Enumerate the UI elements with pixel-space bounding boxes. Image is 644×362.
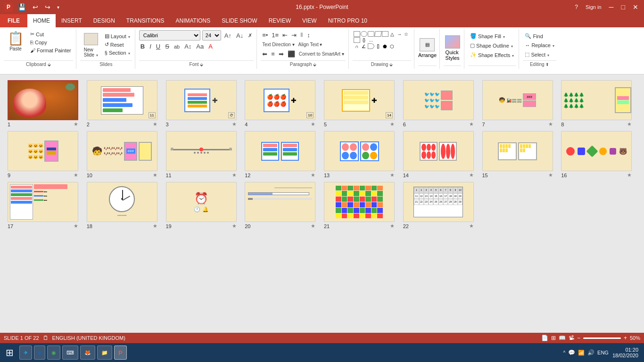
shape-rect[interactable] bbox=[354, 31, 360, 37]
bold-btn[interactable]: B bbox=[139, 42, 146, 51]
shape-tri[interactable]: △ bbox=[389, 31, 396, 37]
select-button[interactable]: ⬚ Select ▾ bbox=[523, 50, 556, 58]
slide-item-22[interactable]: 1 2 3 4 5 6 7 8 9 10 11 12 13 bbox=[403, 182, 479, 229]
text-direction-btn[interactable]: Text Direction ▾ bbox=[261, 41, 296, 48]
slide-item-7[interactable]: 🧒 🚂🚃🚃 ### 7 ★ bbox=[482, 80, 558, 127]
shape-arrow[interactable]: → bbox=[396, 31, 403, 37]
shape-brace[interactable]: {} bbox=[361, 37, 367, 43]
strikethrough-btn[interactable]: S bbox=[164, 42, 171, 51]
underline-btn[interactable]: U bbox=[155, 42, 162, 51]
slide-thumb-16[interactable]: 🐻 bbox=[561, 131, 632, 171]
maximize-btn[interactable]: □ bbox=[619, 2, 627, 12]
undo-qat[interactable]: ↩ bbox=[31, 2, 40, 12]
review-tab[interactable]: REVIEW bbox=[263, 14, 297, 27]
shape-star[interactable]: ☆ bbox=[403, 31, 410, 37]
paste-button[interactable]: 📋 Paste bbox=[4, 30, 27, 53]
columns-btn[interactable]: ⫴ bbox=[299, 30, 305, 40]
align-text-btn[interactable]: Align Text ▾ bbox=[297, 41, 324, 48]
shape-hex[interactable] bbox=[354, 37, 360, 43]
format-painter-button[interactable]: 🖌 Format Painter bbox=[28, 47, 73, 54]
slide-item-5[interactable]: ✚ 14 5 ★ bbox=[324, 80, 399, 127]
taskbar-app-files[interactable]: 📁 bbox=[97, 346, 112, 360]
slide-panel[interactable]: 1 ★ 11 bbox=[0, 74, 644, 333]
char-spacing-btn[interactable]: A↕ bbox=[183, 42, 193, 51]
home-tab[interactable]: HOME bbox=[27, 14, 56, 27]
shape-round-rect[interactable] bbox=[368, 31, 374, 37]
section-button[interactable]: § Section ▾ bbox=[103, 49, 132, 57]
find-button[interactable]: 🔍 Find bbox=[523, 32, 556, 40]
slide-thumb-15[interactable] bbox=[482, 131, 553, 171]
reading-view-btn[interactable]: 📖 bbox=[559, 335, 566, 341]
slide-thumb-14[interactable] bbox=[403, 131, 474, 171]
slide-thumb-12[interactable] bbox=[245, 131, 315, 171]
slide-item-19[interactable]: ⏰ 🕐 🔔 19 ★ bbox=[166, 182, 241, 229]
shape-half[interactable] bbox=[368, 43, 374, 49]
shape-oval[interactable] bbox=[361, 31, 367, 37]
decrease-indent-btn[interactable]: ⇤ bbox=[281, 31, 289, 40]
justify-btn[interactable]: ⬛ bbox=[286, 49, 297, 58]
animations-tab[interactable]: ANIMATIONS bbox=[170, 14, 216, 27]
slide-thumb-17[interactable]: ••• ••• ••• bbox=[8, 182, 78, 222]
slide-item-3[interactable]: ✚ ⏱ 3 ★ bbox=[166, 80, 241, 127]
customize-qat[interactable]: ▾ bbox=[55, 4, 61, 11]
quick-styles-label[interactable]: QuickStyles bbox=[446, 49, 460, 61]
tray-expand-btn[interactable]: ^ bbox=[563, 350, 565, 355]
redo-qat[interactable]: ↪ bbox=[43, 2, 52, 12]
shape-effects-button[interactable]: ✨ Shape Effects ▾ bbox=[468, 51, 516, 59]
slide-thumb-10[interactable]: 🧒 🐶🐶🐶🐶 🐶🐶🐶🐶 ### bbox=[87, 131, 157, 171]
increase-indent-btn[interactable]: ⇥ bbox=[290, 31, 298, 40]
slide-item-2[interactable]: 11 2 ★ bbox=[87, 80, 162, 127]
slide-thumb-21[interactable] bbox=[324, 182, 395, 222]
normal-view-btn[interactable]: 📄 bbox=[541, 335, 548, 341]
start-button[interactable]: ⊞ bbox=[2, 345, 17, 360]
font-shrink-btn[interactable]: A↓ bbox=[235, 31, 245, 40]
view-tab[interactable]: VIEW bbox=[297, 14, 322, 27]
taskbar-app-ie[interactable]: e bbox=[34, 346, 45, 360]
layout-button[interactable]: ▤ Layout ▾ bbox=[103, 32, 132, 40]
align-left-btn[interactable]: ⬅ bbox=[261, 49, 269, 58]
file-menu[interactable]: FILE bbox=[0, 14, 27, 27]
taskbar-app-misc[interactable]: ◉ bbox=[47, 346, 60, 360]
slide-thumb-7[interactable]: 🧒 🚂🚃🚃 ### bbox=[482, 80, 553, 120]
slide-item-11[interactable]: 11 ★ bbox=[166, 131, 241, 178]
minimize-btn[interactable]: ─ bbox=[607, 2, 616, 12]
shape-custom1[interactable]: ⬟ bbox=[382, 43, 388, 49]
slide-thumb-19[interactable]: ⏰ 🕐 🔔 bbox=[166, 182, 237, 222]
transitions-tab[interactable]: TRANSITIONS bbox=[121, 14, 170, 27]
shape-bracket[interactable]: [] bbox=[375, 43, 381, 49]
font-name-select[interactable]: Calibri bbox=[139, 30, 200, 41]
font-size-select[interactable]: 24 bbox=[202, 30, 221, 41]
slide-item-13[interactable]: 13 ★ bbox=[324, 131, 399, 178]
slide-item-9[interactable]: 🐱🐱🐱 🐱🐱🐱 🐱🐱🐱 9 ★ bbox=[8, 131, 83, 178]
taskbar-app-powerpoint[interactable]: P bbox=[114, 346, 127, 360]
slide-item-12[interactable]: 12 ★ bbox=[245, 131, 320, 178]
replace-button[interactable]: ↔ Replace ▾ bbox=[523, 41, 556, 49]
slide-item-16[interactable]: 🐻 16 ★ bbox=[561, 131, 636, 178]
slide-item-4[interactable]: 🍎🍎🍎 🍎🍎🍎 ✚ 10 4 ★ bbox=[245, 80, 320, 127]
shape-angle[interactable]: ∠ bbox=[361, 43, 367, 49]
help-btn[interactable]: ? bbox=[573, 3, 580, 11]
nitro-tab[interactable]: NITRO PRO 10 bbox=[322, 14, 373, 27]
slideshow-tab[interactable]: SLIDE SHOW bbox=[216, 14, 263, 27]
shape-fill-button[interactable]: 🪣 Shape Fill ▾ bbox=[468, 32, 516, 40]
zoom-slider[interactable] bbox=[583, 337, 621, 339]
taskbar-app-keyboard[interactable]: ⌨ bbox=[62, 346, 78, 360]
font-grow-btn[interactable]: A↑ bbox=[223, 31, 233, 40]
numbering-btn[interactable]: 1≡ bbox=[270, 31, 280, 40]
shape-outline-button[interactable]: ▢ Shape Outline ▾ bbox=[468, 41, 516, 49]
sign-in-btn[interactable]: Sign in bbox=[584, 3, 603, 11]
clear-formatting-btn[interactable]: ✗ bbox=[247, 32, 254, 40]
taskbar-app-telegram[interactable]: ✈ bbox=[19, 346, 32, 360]
cut-button[interactable]: ✂ Cut bbox=[28, 30, 73, 38]
font-color-btn[interactable]: A bbox=[207, 42, 214, 51]
slide-item-17[interactable]: ••• ••• ••• bbox=[8, 182, 83, 229]
slide-item-18[interactable]: •••••••• 18 ★ bbox=[87, 182, 162, 229]
slide-item-10[interactable]: 🧒 🐶🐶🐶🐶 🐶🐶🐶🐶 ### 10 ★ bbox=[87, 131, 162, 178]
save-qat[interactable]: 💾 bbox=[16, 2, 28, 12]
slide-thumb-22[interactable]: 1 2 3 4 5 6 7 8 9 10 11 12 13 bbox=[403, 182, 474, 222]
taskbar-app-firefox[interactable]: 🦊 bbox=[80, 346, 95, 360]
slide-item-1[interactable]: 1 ★ bbox=[8, 80, 83, 127]
slideshow-btn[interactable]: 📽 bbox=[569, 335, 574, 341]
bullets-btn[interactable]: ≡• bbox=[261, 31, 269, 40]
shadow-btn[interactable]: ab bbox=[173, 43, 181, 50]
